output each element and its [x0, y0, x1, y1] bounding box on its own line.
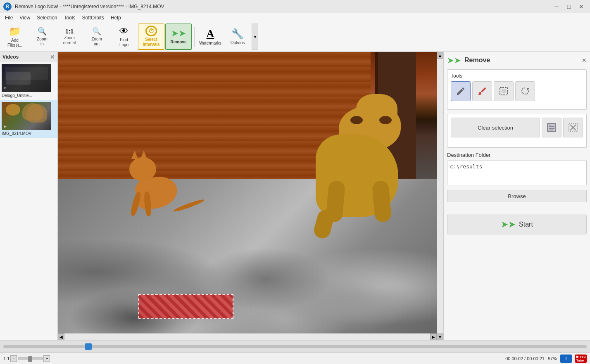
tool-icons-row — [451, 81, 583, 101]
remove-icon: ➤➤ — [171, 28, 186, 39]
select-intervals-button[interactable]: ⏱ SelectIntervals — [138, 24, 164, 50]
scroll-down-arrow[interactable]: ▼ — [437, 333, 443, 340]
title-bar-left: R Remove Logo Now! - ****Unregistered ve… — [3, 2, 164, 11]
select-intervals-icon: ⏱ — [145, 26, 157, 36]
title-bar: R Remove Logo Now! - ****Unregistered ve… — [0, 0, 590, 13]
video-area[interactable]: ▲ ▼ ◀ ▶ — [58, 52, 443, 340]
watermarks-button[interactable]: A Watermarks — [197, 24, 224, 50]
videos-panel-close[interactable]: ✕ — [50, 54, 55, 60]
deselect-icon — [569, 123, 578, 132]
video-scrollbar-bottom: ◀ ▶ — [58, 333, 437, 340]
menu-bar: File View Selection Tools SoftOrbits Hel… — [0, 13, 590, 22]
zoom-in-icon: 🔍 — [38, 27, 47, 36]
menu-help[interactable]: Help — [107, 14, 124, 21]
video-label-2: IMG_8214.MOV — [2, 131, 56, 136]
deselect-button[interactable] — [563, 118, 583, 137]
video-label-1: Delogo_Untitle... — [2, 93, 56, 98]
menu-tools[interactable]: Tools — [61, 14, 79, 21]
zoom-ratio-label: 1:1 — [3, 356, 10, 361]
status-left: 1:1 – + — [3, 355, 50, 362]
toolbar-separator-1 — [194, 27, 195, 47]
select-all-icon — [547, 123, 556, 132]
toolbox-tools-section: Tools — [447, 69, 587, 110]
toolbox-arrow-icon: ➤➤ — [447, 55, 461, 65]
watermarks-icon: A — [207, 28, 214, 40]
options-button[interactable]: 🔧 Options — [224, 24, 251, 50]
menu-softorbits[interactable]: SoftOrbits — [79, 14, 107, 21]
lasso-icon — [520, 86, 530, 96]
main-layout: Videos ✕ ▶ Delogo_Untitle... ▶ IMG_8214.… — [0, 52, 590, 340]
selection-box — [138, 294, 233, 319]
browse-button[interactable]: Browse — [447, 190, 587, 202]
select-intervals-label: SelectIntervals — [143, 37, 159, 47]
close-button[interactable]: ✕ — [576, 2, 587, 11]
toolbar-scroll-button[interactable]: ▾ — [252, 24, 258, 50]
tool-lasso-button[interactable] — [515, 81, 535, 101]
zoom-plus-button[interactable]: + — [43, 355, 50, 362]
find-logo-button[interactable]: 👁 FindLogo — [111, 24, 137, 50]
videos-panel: Videos ✕ ▶ Delogo_Untitle... ▶ IMG_8214.… — [0, 52, 58, 340]
toolbox-clear-section: Clear selection — [447, 114, 587, 148]
toolbar: 📁 AddFile(s)... 🔍 Zoomin 1:1 Zoomnormal … — [0, 22, 590, 52]
timeline-bar — [0, 340, 590, 352]
timeline-thumb[interactable] — [85, 343, 92, 350]
time-display: 00:00:02 / 00:00:21 — [505, 356, 545, 361]
options-icon: 🔧 — [231, 28, 244, 40]
zoom-controls: 1:1 – + — [3, 355, 50, 362]
video-item-2[interactable]: ▶ IMG_8214.MOV — [0, 100, 57, 138]
remove-button[interactable]: ➤➤ Remove — [165, 24, 192, 50]
video-scrollbar-right: ▲ ▼ — [437, 52, 443, 340]
zoom-out-button[interactable]: 🔍 Zoomout — [83, 24, 110, 50]
scroll-left-arrow[interactable]: ◀ — [58, 333, 64, 340]
start-arrow-icon: ➤➤ — [501, 219, 516, 230]
timeline-track[interactable] — [3, 345, 587, 348]
start-button[interactable]: ➤➤ Start — [447, 215, 587, 234]
video-item-1[interactable]: ▶ Delogo_Untitle... — [0, 62, 57, 100]
toolbox-header: ➤➤ Remove ✕ — [447, 55, 587, 65]
clear-selection-row: Clear selection — [451, 118, 583, 137]
tool-rect-select-button[interactable] — [494, 81, 514, 101]
options-label: Options — [231, 40, 245, 45]
remove-label: Remove — [171, 40, 187, 45]
select-all-button[interactable] — [542, 118, 561, 137]
brush-icon — [477, 86, 487, 96]
menu-view[interactable]: View — [16, 14, 33, 21]
zoom-out-label: Zoomout — [91, 37, 102, 47]
zoom-in-label: Zoomin — [37, 37, 48, 47]
tool-pencil-button[interactable] — [451, 81, 471, 101]
add-files-button[interactable]: 📁 AddFile(s)... — [2, 24, 28, 50]
zoom-in-button[interactable]: 🔍 Zoomin — [29, 24, 55, 50]
scroll-track-horizontal — [64, 333, 430, 340]
menu-file[interactable]: File — [2, 14, 16, 21]
zoom-normal-button[interactable]: 1:1 Zoomnormal — [56, 24, 83, 50]
maximize-button[interactable]: □ — [564, 2, 574, 11]
dog-area — [310, 94, 426, 239]
minimize-button[interactable]: ─ — [551, 2, 562, 11]
tool-brush-button[interactable] — [472, 81, 492, 101]
scroll-up-arrow[interactable]: ▲ — [437, 52, 443, 59]
toolbox-panel: ➤➤ Remove ✕ Tools — [443, 52, 590, 340]
menu-selection[interactable]: Selection — [33, 14, 60, 21]
window-controls: ─ □ ✕ — [551, 2, 587, 11]
video-thumbnail-2: ▶ — [2, 102, 51, 130]
video-thumbnail-1: ▶ — [2, 64, 51, 92]
cat-orange — [126, 151, 192, 217]
rect-select-icon — [499, 86, 509, 96]
scroll-right-arrow[interactable]: ▶ — [430, 333, 437, 340]
zoom-minus-button[interactable]: – — [10, 355, 17, 362]
svg-rect-1 — [502, 89, 506, 93]
dest-folder-label: Destination Folder — [447, 152, 587, 158]
toolbox-tools-label: Tools — [451, 73, 583, 79]
zoom-normal-label: Zoomnormal — [63, 35, 76, 45]
youtube-button[interactable]: ▶ YouTube — [575, 355, 587, 363]
status-bar: 1:1 – + 00:00:02 / 00:00:21 57% f ▶ YouT… — [0, 352, 590, 364]
watermarks-label: Watermarks — [199, 41, 221, 46]
dest-folder-input[interactable]: c:\results — [447, 161, 587, 185]
toolbox-close-button[interactable]: ✕ — [582, 57, 587, 64]
facebook-button[interactable]: f — [560, 355, 572, 363]
zoom-slider-thumb — [28, 356, 32, 362]
scroll-track-vertical — [437, 59, 443, 333]
clear-selection-button[interactable]: Clear selection — [451, 118, 540, 137]
find-logo-icon: 👁 — [119, 26, 128, 37]
zoom-slider[interactable] — [18, 357, 43, 360]
